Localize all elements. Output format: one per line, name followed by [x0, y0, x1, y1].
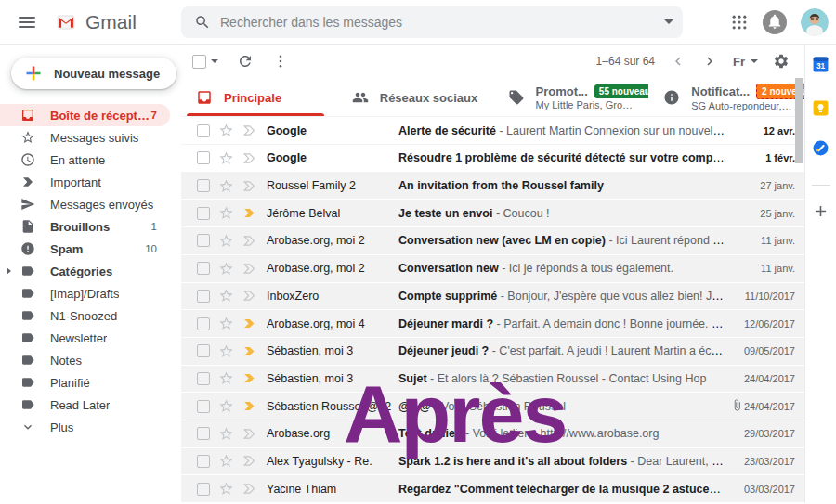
email-row[interactable]: Sébastien, moi 3Sujet - Et alors là ? Sé…: [181, 366, 804, 394]
email-row[interactable]: Arobase.org, moi 4Déjeuner mardi ? - Par…: [181, 310, 804, 338]
more-options-button[interactable]: [272, 53, 289, 70]
star-toggle-icon[interactable]: [215, 205, 237, 221]
calendar-icon[interactable]: 31: [812, 56, 829, 73]
star-toggle-icon[interactable]: [215, 398, 237, 414]
importance-marker-on-icon[interactable]: [237, 205, 261, 221]
row-checkbox[interactable]: [197, 179, 210, 192]
email-row[interactable]: Arobase.orgTest du lien - Voici le lien …: [181, 420, 804, 448]
notifications-button[interactable]: [763, 10, 787, 34]
search-options-caret-icon[interactable]: [664, 19, 673, 24]
star-toggle-icon[interactable]: [215, 453, 237, 469]
star-toggle-icon[interactable]: [215, 150, 237, 166]
star-toggle-icon[interactable]: [215, 370, 237, 386]
star-toggle-icon[interactable]: [215, 288, 237, 304]
email-row[interactable]: Roussel Family 2An invitation from the R…: [181, 173, 804, 200]
star-toggle-icon[interactable]: [215, 261, 237, 277]
list-scrollbar-thumb[interactable]: [795, 78, 803, 163]
user-avatar[interactable]: [801, 8, 829, 36]
sidebar-item-categories[interactable]: Catégories: [0, 260, 170, 282]
importance-marker-off-icon[interactable]: [237, 261, 261, 277]
star-toggle-icon[interactable]: [215, 123, 237, 138]
refresh-button[interactable]: [237, 53, 254, 70]
tasks-icon[interactable]: [812, 139, 829, 157]
sidebar-item-planifie[interactable]: Planifié: [0, 371, 170, 394]
tab-promotions[interactable]: Promot...55 nouveauxMy Little Paris, Gro…: [493, 79, 649, 117]
row-checkbox[interactable]: [197, 427, 210, 440]
email-row[interactable]: Arobase.org, moi 2Conversation new - Ici…: [181, 255, 804, 283]
star-toggle-icon[interactable]: [215, 343, 237, 359]
importance-marker-off-icon[interactable]: [237, 453, 261, 469]
email-date: 24/04/2017: [731, 399, 795, 413]
row-checkbox[interactable]: [197, 151, 210, 164]
importance-marker-on-icon[interactable]: [237, 316, 261, 331]
importance-marker-on-icon[interactable]: [237, 370, 261, 386]
sidebar-item-sent[interactable]: Messages envoyés: [0, 193, 170, 215]
sidebar-item-label: Important: [50, 175, 101, 189]
search-input[interactable]: [211, 15, 664, 30]
sidebar-item-drafts[interactable]: Brouillons1: [0, 215, 170, 238]
sidebar-item-important[interactable]: Important: [0, 171, 170, 193]
importance-marker-off-icon[interactable]: [237, 233, 261, 249]
star-toggle-icon[interactable]: [215, 316, 237, 331]
main-menu-button[interactable]: [9, 5, 45, 40]
importance-marker-off-icon[interactable]: [237, 481, 261, 497]
sidebar-item-n1-snoozed[interactable]: N1-Snoozed: [0, 304, 170, 327]
email-row[interactable]: Sébastien, moi 3Déjeuner jeudi ? - C'est…: [181, 338, 804, 366]
newer-page-button[interactable]: [670, 53, 686, 70]
importance-marker-on-icon[interactable]: [237, 343, 261, 359]
row-checkbox[interactable]: [197, 344, 210, 357]
email-row[interactable]: GoogleRésoudre 1 problème de sécurité dé…: [181, 145, 804, 173]
sidebar-item-inbox[interactable]: Boîte de réception7: [0, 104, 170, 126]
select-all-control[interactable]: [192, 55, 218, 69]
row-checkbox[interactable]: [197, 207, 210, 220]
search-bar[interactable]: [181, 6, 683, 38]
email-row[interactable]: Arobase.org, moi 2Conversation new (avec…: [181, 227, 804, 255]
select-caret-icon[interactable]: [211, 59, 218, 63]
email-row[interactable]: InboxZeroCompte supprimé - Bonjour, J'es…: [181, 283, 804, 311]
tab-reseaux-sociaux[interactable]: Réseaux sociaux: [337, 79, 493, 117]
row-checkbox[interactable]: [197, 372, 210, 385]
row-checkbox[interactable]: [197, 483, 210, 496]
select-all-checkbox[interactable]: [192, 55, 206, 69]
sidebar-item-spam[interactable]: Spam10: [0, 238, 170, 260]
email-row[interactable]: GoogleAlerte de sécurité - Laurent Marti…: [181, 117, 804, 145]
compose-button[interactable]: Nouveau message: [11, 58, 176, 89]
row-checkbox[interactable]: [197, 262, 210, 275]
star-toggle-icon[interactable]: [215, 233, 237, 249]
importance-marker-off-icon[interactable]: [237, 178, 261, 194]
importance-marker-off-icon[interactable]: [237, 123, 261, 138]
row-checkbox[interactable]: [197, 455, 210, 468]
sidebar-item-starred[interactable]: Messages suivis: [0, 126, 170, 149]
tab-principale[interactable]: Principale: [181, 79, 337, 117]
sidebar-item-imap-drafts[interactable]: [Imap]/Drafts: [0, 282, 170, 304]
sidebar-item-notes[interactable]: Notes: [0, 349, 170, 371]
input-language-selector[interactable]: Fr: [733, 55, 758, 69]
email-row[interactable]: Sébastien Roussel @. 2@...@ - Voici Séba…: [181, 393, 804, 420]
apps-grid-button[interactable]: [730, 13, 749, 32]
older-page-button[interactable]: [701, 53, 718, 70]
sidebar-item-read-later[interactable]: Read Later: [0, 394, 170, 416]
tab-notifications[interactable]: Notificat...2 nouveauxSG Auto-repondeur,…: [648, 79, 804, 117]
expand-arrow-icon[interactable]: [7, 267, 11, 275]
importance-marker-on-icon[interactable]: [237, 398, 261, 414]
get-addons-button[interactable]: [812, 202, 829, 220]
row-checkbox[interactable]: [197, 234, 210, 247]
row-checkbox[interactable]: [197, 400, 210, 413]
importance-marker-off-icon[interactable]: [237, 288, 261, 304]
star-toggle-icon[interactable]: [215, 426, 237, 442]
star-toggle-icon[interactable]: [215, 481, 237, 497]
sidebar-item-snoozed[interactable]: En attente: [0, 149, 170, 171]
importance-marker-off-icon[interactable]: [237, 426, 261, 442]
row-checkbox[interactable]: [197, 317, 210, 330]
settings-button[interactable]: [773, 53, 790, 70]
email-row[interactable]: Yacine ThiamRegardez "Comment télécharge…: [181, 475, 804, 503]
importance-marker-off-icon[interactable]: [237, 150, 261, 166]
email-row[interactable]: Alex Tyagulsky - Re.Spark 1.2 is here an…: [181, 448, 804, 476]
row-checkbox[interactable]: [197, 290, 210, 303]
email-row[interactable]: Jérôme BelvalJe teste un envoi - Coucou …: [181, 200, 804, 227]
sidebar-item-plus[interactable]: Plus: [0, 416, 170, 438]
keep-icon[interactable]: [812, 99, 829, 117]
star-toggle-icon[interactable]: [215, 178, 237, 194]
row-checkbox[interactable]: [197, 124, 210, 137]
sidebar-item-newsletter[interactable]: Newsletter: [0, 327, 170, 349]
